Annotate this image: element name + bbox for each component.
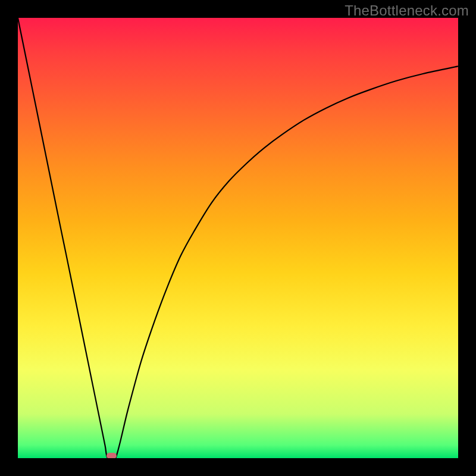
bottleneck-curve [18,18,458,458]
watermark-text: TheBottleneck.com [345,2,469,19]
chart-frame: TheBottleneck.com [0,0,476,476]
curve-path [18,18,458,458]
plot-area [18,18,458,458]
bottleneck-marker [107,453,117,458]
